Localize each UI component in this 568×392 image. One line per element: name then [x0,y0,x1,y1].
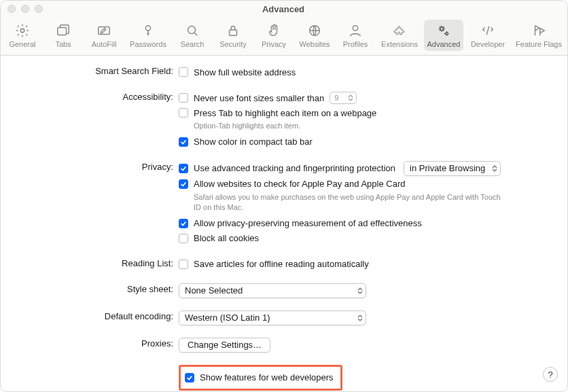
style-sheet-label: Style sheet: [17,283,179,294]
tab-label: AutoFill [92,40,117,48]
tab-advanced[interactable]: Advanced [424,20,463,51]
save-offline-label: Save articles for offline reading automa… [194,259,369,269]
tab-label: Feature Flags [516,40,562,48]
svg-rect-1 [58,27,67,35]
globe-icon [306,22,323,39]
tab-label: Extensions [381,40,418,48]
default-encoding-label: Default encoding: [17,310,179,321]
apple-pay-hint: Safari allows you to make purchases on t… [179,192,505,213]
advanced-tracking-label: Use advanced tracking and fingerprinting… [194,163,395,173]
proxies-label: Proxies: [17,338,179,349]
privacy-label: Privacy: [17,161,179,172]
accessibility-label: Accessibility: [17,91,179,102]
content-area: Smart Search Field: Show full website ad… [1,56,567,392]
chevron-updown-icon [348,94,353,101]
search-icon [184,22,200,39]
svg-rect-5 [230,30,237,35]
press-tab-checkbox[interactable] [179,108,188,118]
show-full-address-label: Show full website address [194,67,296,77]
style-sheet-select[interactable]: None Selected [179,283,366,298]
titlebar: Advanced [1,1,567,17]
block-cookies-label: Block all cookies [194,233,259,243]
font-size-select[interactable]: 9 [330,92,357,104]
show-color-label: Show color in compact tab bar [194,137,313,147]
font-size-value: 9 [334,94,338,102]
svg-point-9 [446,33,448,35]
tab-websites[interactable]: Websites [295,20,334,51]
tab-label: Passwords [130,40,166,48]
tab-search[interactable]: Search [173,20,212,51]
tab-passwords[interactable]: Passwords [125,20,171,51]
tab-label: Websites [299,40,330,48]
advanced-tracking-checkbox[interactable] [179,164,188,173]
tab-label: Search [181,40,205,48]
ad-measure-checkbox[interactable] [179,219,188,228]
show-color-checkbox[interactable] [179,137,188,147]
block-cookies-checkbox[interactable] [179,234,188,243]
apple-pay-checkbox[interactable] [179,179,188,189]
save-offline-checkbox[interactable] [179,260,188,269]
show-full-address-checkbox[interactable] [179,67,188,77]
svg-point-3 [145,26,150,31]
developer-features-checkbox[interactable] [185,373,194,382]
tab-label: Developer [471,40,505,48]
tab-extensions[interactable]: Extensions [376,20,423,51]
smart-search-label: Smart Search Field: [17,65,179,76]
chevron-updown-icon [357,315,363,321]
puzzle-icon [391,22,408,39]
tracking-scope-value: in Private Browsing [410,163,485,173]
wrench-icon [480,22,496,39]
tab-tabs[interactable]: Tabs [43,20,83,51]
tab-autofill[interactable]: AutoFill [84,20,124,51]
tab-label: Advanced [427,40,461,48]
svg-point-4 [188,26,196,34]
press-tab-hint: Option-Tab highlights each item. [179,121,376,131]
svg-point-8 [440,27,444,31]
tracking-scope-select[interactable]: in Private Browsing [404,161,501,176]
chevron-updown-icon [492,165,497,172]
ad-measure-label: Allow privacy-preserving measurement of … [194,218,422,228]
press-tab-label: Press Tab to highlight each item on a we… [194,108,376,118]
tab-feature-flags[interactable]: Feature Flags [512,20,565,51]
tab-label: Profiles [343,40,368,48]
change-settings-button[interactable]: Change Settings… [179,338,270,353]
never-use-font-label: Never use font sizes smaller than [194,93,324,103]
default-encoding-select[interactable]: Western (ISO Latin 1) [179,310,366,325]
tab-general[interactable]: General [3,20,42,51]
apple-pay-label: Allow websites to check for Apple Pay an… [194,179,405,189]
svg-point-7 [353,26,357,31]
window-title: Advanced [6,4,561,14]
tab-label: Privacy [262,40,286,48]
tab-label: Security [219,40,247,48]
svg-point-0 [20,29,24,33]
key-icon [140,22,156,39]
person-icon [347,22,363,39]
pencil-box-icon [96,22,112,39]
reading-list-label: Reading List: [17,257,179,268]
hand-icon [266,22,282,39]
gear-icon [14,22,31,39]
preferences-toolbar: General Tabs AutoFill Passwords Search S… [1,17,567,56]
tab-label: Tabs [55,40,71,48]
style-sheet-value: None Selected [185,285,243,296]
tab-developer[interactable]: Developer [465,20,511,51]
tab-security[interactable]: Security [213,20,253,51]
developer-highlight: Show features for web developers [179,365,342,391]
tabs-icon [55,22,71,39]
help-button[interactable]: ? [543,367,558,382]
lock-icon [225,22,241,39]
tab-profiles[interactable]: Profiles [336,20,375,51]
tab-privacy[interactable]: Privacy [254,20,294,51]
flags-icon [531,22,547,39]
default-encoding-value: Western (ISO Latin 1) [185,313,270,323]
tab-label: General [9,40,35,48]
developer-features-label: Show features for web developers [200,372,334,382]
gears-icon [436,22,452,39]
chevron-updown-icon [357,287,363,294]
never-use-font-checkbox[interactable] [179,93,188,103]
